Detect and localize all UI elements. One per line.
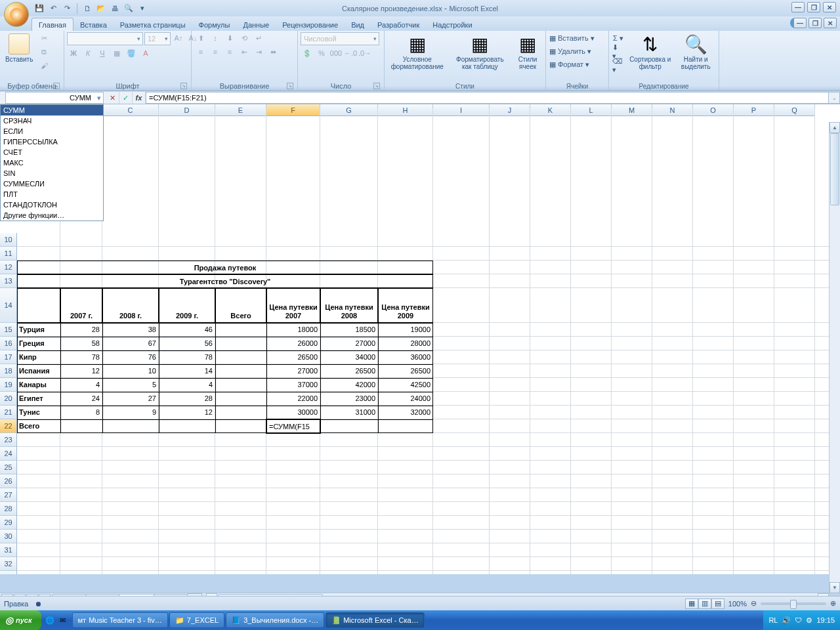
row-header-31[interactable]: 31 bbox=[0, 543, 17, 557]
column-header-N[interactable]: N bbox=[652, 104, 693, 116]
qat-redo-icon[interactable]: ↷ bbox=[62, 3, 72, 14]
row-header-21[interactable]: 21 bbox=[0, 406, 17, 419]
alignment-launcher[interactable]: ↘ bbox=[287, 83, 293, 89]
qat-new-icon[interactable]: 🗋 bbox=[82, 3, 93, 14]
doc-restore-button[interactable]: ❐ bbox=[808, 18, 822, 28]
copy-icon[interactable]: ⧉ bbox=[37, 46, 51, 58]
cell-A12-H12[interactable]: Продажа путевок bbox=[17, 261, 433, 274]
row-header-14[interactable]: 14 bbox=[0, 288, 17, 323]
cell-G21[interactable]: 31000 bbox=[320, 406, 378, 419]
active-cell-F22[interactable]: =СУММ(F15 bbox=[266, 419, 321, 434]
tray-icon[interactable]: 🛡 bbox=[795, 616, 802, 624]
delete-cells-button[interactable]: ▦ Удалить ▾ bbox=[549, 45, 592, 57]
border-icon[interactable]: ▦ bbox=[110, 47, 123, 59]
doc-close-button[interactable]: ✕ bbox=[824, 18, 837, 28]
tab-home[interactable]: Главная bbox=[32, 18, 74, 31]
cell-A17[interactable]: Кипр bbox=[17, 350, 60, 364]
cell-H21[interactable]: 32000 bbox=[378, 406, 433, 419]
zoom-out-icon[interactable]: ⊖ bbox=[751, 599, 757, 608]
restore-button[interactable]: ❐ bbox=[807, 2, 820, 12]
row-header-13[interactable]: 13 bbox=[0, 274, 17, 288]
cell-G22[interactable] bbox=[320, 419, 378, 433]
column-header-K[interactable]: K bbox=[530, 104, 571, 116]
insert-function-icon[interactable]: fx bbox=[133, 92, 146, 104]
clipboard-launcher[interactable]: ↘ bbox=[53, 83, 60, 89]
formula-input[interactable]: =СУММ(F15:F21) bbox=[146, 92, 828, 104]
zoom-level[interactable]: 100% bbox=[728, 600, 747, 608]
wrap-text-icon[interactable]: ↵ bbox=[252, 32, 265, 44]
tab-insert[interactable]: Вставка bbox=[74, 18, 114, 31]
tab-developer[interactable]: Разработчик bbox=[371, 18, 426, 31]
cell-C22[interactable] bbox=[102, 419, 159, 433]
close-button[interactable]: ✕ bbox=[823, 2, 836, 12]
column-header-L[interactable]: L bbox=[571, 104, 612, 116]
cell-C14[interactable]: 2008 г. bbox=[102, 288, 159, 323]
cell-E21[interactable] bbox=[215, 406, 266, 419]
cell-G15[interactable]: 18500 bbox=[320, 323, 378, 337]
cancel-formula-icon[interactable]: ✕ bbox=[106, 92, 119, 104]
page-layout-view-icon[interactable]: ▥ bbox=[698, 598, 711, 609]
function-option[interactable]: SIN bbox=[1, 168, 103, 178]
minimize-button[interactable]: — bbox=[791, 2, 805, 12]
cell-H16[interactable]: 28000 bbox=[378, 337, 433, 350]
qat-save-icon[interactable]: 💾 bbox=[34, 3, 45, 14]
cell-B14[interactable]: 2007 г. bbox=[60, 288, 102, 323]
cell-E14[interactable]: Всего bbox=[215, 288, 266, 323]
expand-formula-bar-icon[interactable]: ⌄ bbox=[828, 92, 840, 104]
cell-F17[interactable]: 26500 bbox=[266, 350, 320, 364]
cell-A14[interactable] bbox=[17, 288, 60, 323]
cell-E15[interactable] bbox=[215, 323, 266, 337]
tab-review[interactable]: Рецензирование bbox=[276, 18, 345, 31]
bold-button[interactable]: Ж bbox=[67, 47, 80, 59]
column-header-O[interactable]: O bbox=[693, 104, 734, 116]
cell-E20[interactable] bbox=[215, 392, 266, 406]
column-header-C[interactable]: C bbox=[102, 104, 159, 116]
sort-filter-button[interactable]: ⇅Сортировка и фильтр bbox=[627, 32, 674, 72]
row-header-15[interactable]: 15 bbox=[0, 323, 17, 337]
format-painter-icon[interactable]: 🖌 bbox=[37, 60, 51, 72]
cell-C18[interactable]: 10 bbox=[102, 364, 159, 378]
qat-customize-icon[interactable]: ▾ bbox=[137, 3, 148, 14]
cell-B17[interactable]: 78 bbox=[60, 350, 102, 364]
row-header-18[interactable]: 18 bbox=[0, 364, 17, 378]
clock[interactable]: 19:15 bbox=[816, 616, 835, 624]
percent-icon[interactable]: % bbox=[315, 47, 328, 59]
row-header-11[interactable]: 11 bbox=[0, 247, 17, 261]
font-color-icon[interactable]: A bbox=[139, 47, 152, 59]
row-header-28[interactable]: 28 bbox=[0, 502, 17, 516]
qat-open-icon[interactable]: 📂 bbox=[96, 3, 106, 14]
cell-G17[interactable]: 34000 bbox=[320, 350, 378, 364]
font-size-combo[interactable]: 12 bbox=[144, 32, 171, 45]
cell-D21[interactable]: 12 bbox=[159, 406, 215, 419]
function-option[interactable]: СРЗНАЧ bbox=[1, 116, 103, 126]
column-header-G[interactable]: G bbox=[320, 104, 378, 116]
cell-D18[interactable]: 14 bbox=[159, 364, 215, 378]
column-header-J[interactable]: J bbox=[490, 104, 530, 116]
cell-A21[interactable]: Тунис bbox=[17, 406, 60, 419]
align-center-icon[interactable]: ≡ bbox=[209, 46, 222, 58]
row-header-20[interactable]: 20 bbox=[0, 392, 17, 406]
number-launcher[interactable]: ↘ bbox=[373, 83, 380, 89]
cell-H22[interactable] bbox=[378, 419, 433, 433]
scroll-up-icon[interactable]: ▲ bbox=[830, 122, 840, 133]
vertical-scroll-thumb[interactable] bbox=[830, 133, 839, 205]
cell-D16[interactable]: 56 bbox=[159, 337, 215, 350]
cell-H20[interactable]: 24000 bbox=[378, 392, 433, 406]
cell-F20[interactable]: 22000 bbox=[266, 392, 320, 406]
cell-A16[interactable]: Греция bbox=[17, 337, 60, 350]
zoom-in-icon[interactable]: ⊕ bbox=[830, 599, 836, 608]
qat-preview-icon[interactable]: 🔍 bbox=[123, 3, 134, 14]
increase-decimal-icon[interactable]: ←.0 bbox=[344, 47, 357, 59]
quicklaunch-icon[interactable]: ✉ bbox=[57, 613, 69, 627]
qat-print-icon[interactable]: 🖶 bbox=[110, 3, 120, 14]
paste-button[interactable]: Вставить bbox=[3, 32, 35, 64]
cell-A13-H13[interactable]: Турагентство "Discovery" bbox=[17, 274, 433, 288]
tray-icon[interactable]: ⚙ bbox=[806, 616, 812, 625]
function-option[interactable]: СТАНДОТКЛОН bbox=[1, 200, 103, 210]
cell-E16[interactable] bbox=[215, 337, 266, 350]
cell-C21[interactable]: 9 bbox=[102, 406, 159, 419]
row-header-12[interactable]: 12 bbox=[0, 261, 17, 274]
decrease-indent-icon[interactable]: ⇤ bbox=[238, 46, 251, 58]
font-family-combo[interactable] bbox=[67, 32, 143, 45]
cut-icon[interactable]: ✂ bbox=[37, 32, 51, 44]
